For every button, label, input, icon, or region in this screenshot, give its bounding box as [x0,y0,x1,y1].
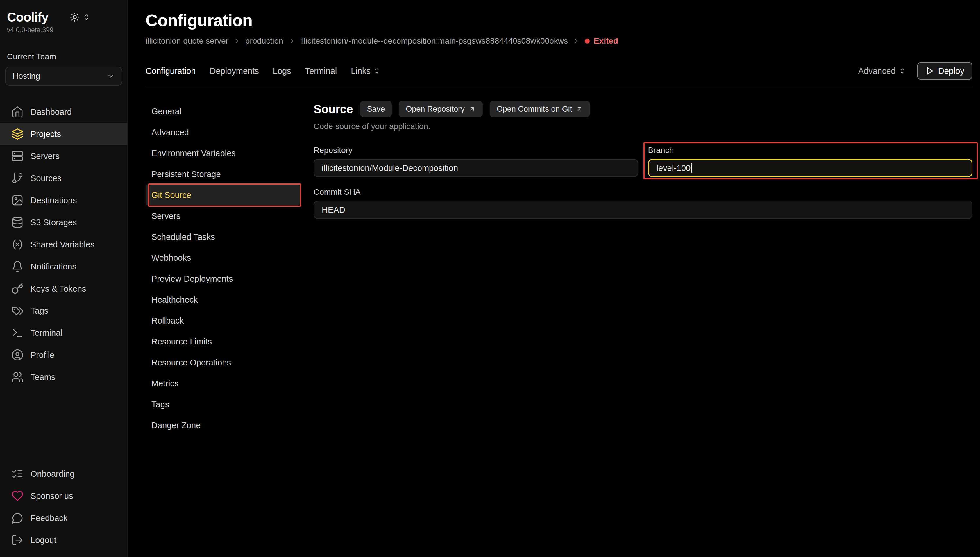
advanced-toggle[interactable]: Advanced [858,66,905,76]
users-icon [11,371,24,383]
layers-icon [11,128,24,140]
subnav-item-git-source[interactable]: Git Source [146,185,300,205]
sidebar-item-label: Destinations [31,195,77,205]
subnav-item-servers[interactable]: Servers [146,205,300,226]
theme-sun-icon[interactable] [70,12,80,22]
sidebar-item-label: Notifications [31,262,76,272]
status-label: Exited [594,36,618,46]
brand-icons [70,12,90,22]
app-root: Coolify v4.0.0-beta.399 Current Team Hos… [0,0,980,557]
open-commits-label: Open Commits on Git [497,105,572,114]
tab-deployments[interactable]: Deployments [210,66,259,76]
sidebar-item-label: Logout [31,536,56,545]
source-description: Code source of your application. [314,122,972,131]
sidebar-item-label: Sponsor us [31,491,73,501]
sidebar-item-label: Tags [31,306,48,316]
sidebar-item-label: Shared Variables [31,240,94,249]
sidebar-item-teams[interactable]: Teams [0,366,127,388]
sidebar-nav: Dashboard Projects Servers Sources Desti… [0,101,127,388]
sidebar-item-profile[interactable]: Profile [0,344,127,366]
sidebar-item-logout[interactable]: Logout [0,529,127,551]
repository-field: Repository illicitestonion/Module-Decomp… [314,146,638,177]
sidebar-item-s3-storages[interactable]: S3 Storages [0,211,127,233]
sidebar-item-label: Servers [31,151,60,161]
sidebar-item-label: Dashboard [31,107,72,117]
breadcrumb-project[interactable]: illicitonion quote server [146,36,228,46]
tab-links[interactable]: Links [351,66,380,76]
sidebar-item-projects[interactable]: Projects [0,123,127,145]
sidebar-item-notifications[interactable]: Notifications [0,256,127,278]
open-repository-button[interactable]: Open Repository [399,101,483,117]
sidebar-item-destinations[interactable]: Destinations [0,189,127,211]
subnav-item-webhooks[interactable]: Webhooks [146,248,300,268]
sidebar-item-sources[interactable]: Sources [0,167,127,189]
subnav-item-general[interactable]: General [146,101,300,122]
sidebar-item-label: Teams [31,372,55,382]
breadcrumb-environment[interactable]: production [245,36,283,46]
subnav-item-advanced[interactable]: Advanced [146,122,300,143]
commit-sha-input[interactable]: HEAD [314,201,972,219]
branch-label: Branch [648,146,973,155]
tab-logs[interactable]: Logs [273,66,291,76]
team-select[interactable]: Hosting [5,67,122,86]
subnav-item-scheduled-tasks[interactable]: Scheduled Tasks [146,226,300,248]
app-logo: Coolify [7,10,48,24]
sidebar-item-keys-tokens[interactable]: Keys & Tokens [0,278,127,300]
subnav-item-healthcheck[interactable]: Healthcheck [146,289,300,310]
tags-icon [11,305,24,317]
play-icon [925,67,934,75]
open-commits-button[interactable]: Open Commits on Git [490,101,590,117]
subnav-item-preview-deployments[interactable]: Preview Deployments [146,268,300,289]
theme-chevrons-up-down-icon[interactable] [83,13,90,21]
logout-icon [11,534,24,546]
source-fields: Repository illicitestonion/Module-Decomp… [314,146,972,219]
save-button[interactable]: Save [360,101,392,117]
subnav-item-metrics[interactable]: Metrics [146,373,300,394]
tabs: Configuration Deployments Logs Terminal … [146,66,380,76]
tab-links-label: Links [351,66,371,76]
text-cursor [691,163,692,173]
repository-input[interactable]: illicitestonion/Module-Decomposition [314,159,638,177]
subnav-item-resource-operations[interactable]: Resource Operations [146,352,300,373]
terminal-icon [11,327,24,339]
subnav-item-resource-limits[interactable]: Resource Limits [146,331,300,352]
chevron-down-icon [107,72,115,80]
branch-value: level-100 [657,163,691,173]
database-icon [11,216,24,228]
server-icon [11,150,24,162]
deploy-label: Deploy [938,66,964,76]
open-repository-label: Open Repository [406,105,465,114]
sidebar-item-terminal[interactable]: Terminal [0,322,127,344]
list-checks-icon [11,468,24,480]
commit-sha-value: HEAD [322,205,345,215]
tab-terminal[interactable]: Terminal [305,66,337,76]
sidebar-item-servers[interactable]: Servers [0,145,127,167]
deploy-button[interactable]: Deploy [917,62,972,80]
branch-input[interactable]: level-100 [648,159,973,177]
breadcrumb-application[interactable]: illicitestonion/-module--decomposition:m… [300,36,568,46]
sidebar-item-tags[interactable]: Tags [0,300,127,322]
sidebar-item-feedback[interactable]: Feedback [0,507,127,529]
variable-icon [11,238,24,251]
sidebar-item-onboarding[interactable]: Onboarding [0,463,127,485]
sidebar-item-shared-variables[interactable]: Shared Variables [0,233,127,256]
subnav-item-rollback[interactable]: Rollback [146,310,300,331]
key-icon [11,283,24,295]
subnav-item-tags[interactable]: Tags [146,394,300,415]
advanced-label: Advanced [858,66,896,76]
subnav-item-danger-zone[interactable]: Danger Zone [146,415,300,436]
git-source-annotated-wrap: Git Source [146,185,300,205]
chevrons-up-down-icon [899,67,905,75]
subnav-item-environment-variables[interactable]: Environment Variables [146,143,300,164]
repository-label: Repository [314,146,638,155]
team-select-value: Hosting [13,72,40,81]
sidebar-item-label: Feedback [31,513,67,523]
sidebar-item-dashboard[interactable]: Dashboard [0,101,127,123]
sidebar-item-label: Onboarding [31,469,75,479]
sidebar-item-sponsor-us[interactable]: Sponsor us [0,485,127,507]
chevron-right-icon [572,37,580,45]
subnav-item-persistent-storage[interactable]: Persistent Storage [146,164,300,185]
tab-configuration[interactable]: Configuration [146,66,196,76]
status-badge: Exited [585,36,618,46]
sidebar: Coolify v4.0.0-beta.399 Current Team Hos… [0,0,128,557]
